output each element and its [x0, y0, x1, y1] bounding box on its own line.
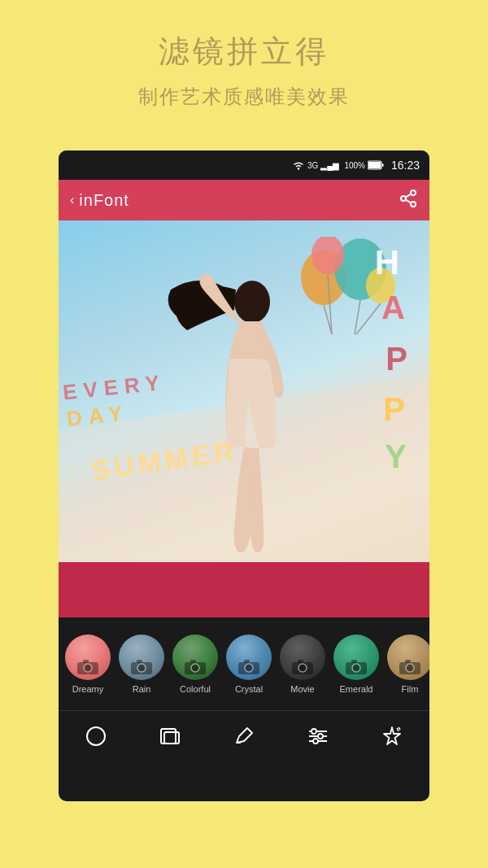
svg-rect-29	[244, 660, 250, 663]
battery-label: 100%	[344, 161, 365, 170]
text-every: EVERY	[62, 369, 168, 405]
camera-icon-dreamy	[76, 659, 99, 675]
svg-line-52	[397, 728, 399, 731]
text-p1: P	[386, 341, 409, 377]
svg-rect-43	[161, 729, 176, 744]
svg-rect-23	[137, 660, 142, 663]
svg-line-7	[406, 194, 412, 197]
layers-tool-button[interactable]	[152, 718, 188, 754]
filter-label-dreamy: Dreamy	[72, 684, 104, 694]
crimson-panel	[59, 562, 429, 617]
camera-icon-crystal	[237, 659, 260, 675]
filter-thumb-rain	[119, 635, 164, 680]
bottom-toolbar	[59, 710, 429, 761]
person-silhouette	[163, 253, 325, 562]
svg-point-25	[191, 664, 199, 672]
filter-label-rain: Rain	[133, 684, 151, 694]
svg-point-31	[298, 664, 307, 672]
svg-point-17	[234, 281, 270, 323]
camera-icon-colorful	[184, 659, 207, 675]
filter-thumb-film	[387, 635, 429, 680]
svg-rect-2	[368, 162, 381, 168]
edit-tool-button[interactable]	[226, 718, 262, 754]
phone-mockup: 3G ▂▄▆ 100% 16:23 ‹ inFont	[59, 150, 429, 801]
filter-thumb-emerald	[333, 635, 379, 680]
shape-icon	[85, 725, 107, 748]
svg-line-8	[406, 199, 412, 203]
photo-area: H A P P Y EVERY DAY SUMMER	[59, 220, 429, 562]
filter-thumb-crystal	[226, 635, 272, 680]
svg-point-19	[84, 664, 92, 672]
layers-icon	[159, 725, 181, 748]
title-main: 滤镜拼立得	[0, 31, 488, 72]
page-background: 滤镜拼立得 制作艺术质感唯美效果 3G ▂▄▆ 100%	[0, 0, 488, 868]
filter-dreamy[interactable]: Dreamy	[65, 635, 111, 694]
svg-line-12	[355, 300, 360, 334]
text-a: A	[381, 290, 407, 326]
svg-point-5	[401, 196, 406, 201]
network-label: 3G	[307, 161, 318, 170]
filter-strip[interactable]: Dreamy Rain	[59, 617, 429, 710]
toolbar-left: ‹ inFont	[70, 191, 129, 210]
svg-rect-26	[190, 660, 196, 663]
adjust-tool-button[interactable]	[300, 718, 336, 754]
header-section: 滤镜拼立得 制作艺术质感唯美效果	[0, 0, 488, 110]
filter-thumb-colorful	[172, 635, 218, 680]
text-h: H	[375, 243, 401, 282]
title-sub: 制作艺术质感唯美效果	[0, 84, 488, 110]
filter-label-crystal: Crystal	[235, 684, 263, 694]
filter-movie[interactable]: Movie	[280, 635, 325, 694]
svg-point-0	[298, 168, 299, 169]
text-y: Y	[385, 438, 408, 475]
effects-tool-button[interactable]	[374, 718, 410, 754]
svg-point-50	[318, 734, 323, 739]
status-time: 16:23	[391, 159, 420, 172]
share-icon	[399, 189, 418, 208]
svg-line-16	[356, 303, 381, 334]
svg-point-22	[137, 664, 146, 672]
effects-icon	[381, 725, 403, 748]
app-name-label: inFont	[79, 191, 129, 210]
wifi-icon	[292, 160, 305, 170]
camera-icon-movie	[291, 659, 314, 675]
filter-film[interactable]: Film	[387, 635, 429, 694]
filter-colorful[interactable]: Colorful	[172, 635, 218, 694]
filter-label-emerald: Emerald	[340, 684, 373, 694]
back-button[interactable]: ‹	[70, 193, 74, 207]
svg-rect-20	[83, 660, 89, 663]
status-icons: 3G ▂▄▆ 100% 16:23	[292, 159, 420, 172]
svg-point-37	[406, 664, 414, 672]
camera-icon-rain	[130, 659, 153, 675]
svg-point-6	[411, 202, 416, 207]
svg-rect-3	[381, 164, 383, 167]
filter-label-movie: Movie	[290, 684, 314, 694]
filter-crystal[interactable]: Crystal	[226, 635, 272, 694]
svg-rect-35	[351, 660, 357, 663]
svg-rect-32	[298, 660, 303, 663]
svg-point-28	[245, 664, 253, 672]
filter-thumb-movie	[280, 635, 325, 680]
share-button[interactable]	[399, 189, 418, 212]
svg-point-49	[312, 729, 316, 734]
svg-rect-38	[405, 660, 411, 663]
svg-point-42	[87, 727, 105, 745]
app-toolbar: ‹ inFont	[59, 180, 429, 220]
filter-rain[interactable]: Rain	[119, 635, 164, 694]
svg-point-34	[352, 664, 360, 672]
svg-line-53	[399, 727, 400, 730]
signal-bars: ▂▄▆	[320, 161, 339, 170]
filter-thumb-dreamy	[65, 635, 111, 680]
battery-icon	[368, 160, 384, 170]
edit-icon	[233, 725, 255, 748]
svg-point-51	[313, 739, 318, 744]
filter-label-colorful: Colorful	[180, 684, 211, 694]
shape-tool-button[interactable]	[78, 718, 114, 754]
filter-label-film: Film	[402, 684, 419, 694]
adjust-icon	[307, 725, 329, 748]
camera-icon-emerald	[345, 659, 368, 675]
filter-emerald[interactable]: Emerald	[333, 635, 379, 694]
svg-point-4	[411, 190, 416, 195]
status-bar: 3G ▂▄▆ 100% 16:23	[59, 150, 429, 180]
svg-rect-44	[164, 732, 179, 744]
camera-icon-film	[399, 659, 421, 675]
